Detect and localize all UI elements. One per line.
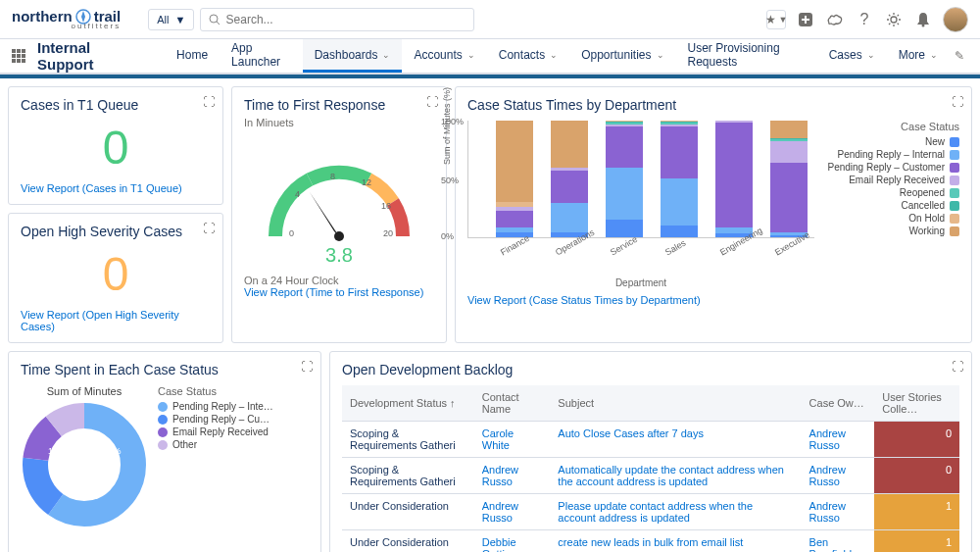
table-row[interactable]: Scoping & Requirements GatheriAndrew Rus…	[342, 458, 959, 494]
svg-marker-12	[310, 192, 339, 236]
nav-tab-contacts[interactable]: Contacts⌄	[487, 39, 569, 73]
nav-tab-dashboards[interactable]: Dashboards⌄	[303, 39, 403, 73]
svg-line-2	[217, 22, 220, 25]
bar-engineering	[715, 121, 753, 237]
view-report-link[interactable]: View Report (Case Status Times by Depart…	[467, 294, 959, 306]
search-icon	[209, 14, 220, 25]
metric-value: 0	[21, 121, 211, 175]
expand-icon[interactable]: ⛶	[952, 360, 963, 374]
stacked-bar-chart: Sum of Minutes (%) 100% 50% 0%	[467, 121, 814, 238]
metric-value: 0	[21, 247, 211, 301]
favorites-button[interactable]: ★▼	[766, 10, 786, 29]
search-scope-select[interactable]: All▼	[148, 9, 194, 30]
expand-icon[interactable]: ⛶	[203, 95, 215, 109]
bar-service	[606, 121, 643, 237]
svg-text:0: 0	[289, 228, 294, 238]
expand-icon[interactable]: ⛶	[952, 95, 963, 109]
view-report-link[interactable]: View Report (Open High Severity Cases)	[21, 309, 211, 332]
nav-tab-app-launcher[interactable]: App Launcher	[220, 39, 303, 73]
card-backlog: ⛶ Open Development Backlog Development S…	[329, 351, 972, 552]
svg-text:8: 8	[330, 172, 335, 181]
gauge-note: On a 24 Hour Clock	[244, 275, 434, 286]
svg-text:10.28%: 10.28%	[48, 446, 78, 456]
svg-point-1	[210, 15, 218, 23]
col-header[interactable]: Subject	[550, 385, 801, 422]
table-row[interactable]: Scoping & Requirements GatheriCarole Whi…	[342, 422, 959, 458]
app-launcher-icon[interactable]	[12, 49, 25, 63]
nav-tab-opportunities[interactable]: Opportunities⌄	[569, 39, 675, 73]
table-row[interactable]: Under ConsiderationAndrew RussoPlease up…	[342, 494, 959, 530]
card-title: Case Status Times by Department	[467, 97, 959, 113]
nav-tab-more[interactable]: More⌄	[887, 39, 950, 73]
nav-tab-cases[interactable]: Cases⌄	[817, 39, 887, 73]
bar-finance	[496, 121, 533, 237]
svg-point-13	[334, 231, 344, 241]
bar-executive	[770, 121, 808, 237]
view-report-link[interactable]: View Report (Cases in T1 Queue)	[21, 182, 211, 194]
card-title: Time Spent in Each Case Status	[21, 362, 309, 377]
notifications-icon[interactable]	[913, 10, 933, 29]
card-title: Open High Severity Cases	[21, 224, 211, 239]
bar-sales	[661, 121, 698, 237]
svg-text:16: 16	[381, 201, 391, 211]
card-t1-queue: ⛶ Cases in T1 Queue 0 View Report (Cases…	[8, 86, 223, 205]
table-row[interactable]: Under ConsiderationDebbie Gettingscreate…	[342, 530, 959, 553]
card-title: Open Development Backlog	[342, 362, 959, 377]
col-header[interactable]: User Stories Colle…	[874, 385, 959, 422]
svg-point-5	[922, 24, 925, 26]
backlog-table: Development Status ↑Contact NameSubjectC…	[342, 385, 959, 552]
nav-tab-user-provisioning-requests[interactable]: User Provisioning Requests	[676, 39, 817, 73]
salesforce-icon[interactable]	[825, 10, 845, 29]
global-search[interactable]	[200, 8, 474, 31]
svg-text:12: 12	[362, 177, 371, 187]
help-icon[interactable]: ?	[855, 10, 874, 29]
app-navbar: Internal Support HomeApp LauncherDashboa…	[0, 39, 980, 75]
col-header[interactable]: Contact Name	[474, 385, 551, 422]
gauge-chart: 0 4 8 12 16 20	[244, 138, 434, 256]
edit-nav-icon[interactable]: ✎	[950, 46, 968, 66]
card-dept-chart: ⛶ Case Status Times by Department Sum of…	[455, 86, 972, 343]
card-title: Cases in T1 Queue	[21, 97, 211, 113]
expand-icon[interactable]: ⛶	[301, 360, 313, 374]
search-input[interactable]	[226, 13, 466, 26]
card-subtitle: In Minuets	[244, 117, 434, 128]
user-avatar[interactable]	[943, 7, 968, 32]
col-header[interactable]: Development Status ↑	[342, 385, 474, 422]
card-high-severity: ⛶ Open High Severity Cases 0 View Report…	[8, 213, 223, 343]
card-gauge: ⛶ Time to First Response In Minuets 0 4 …	[231, 86, 447, 343]
expand-icon[interactable]: ⛶	[426, 95, 438, 109]
bar-operations	[551, 121, 588, 237]
brand-logo: northerntrail outfitters	[12, 9, 121, 30]
svg-point-4	[891, 17, 897, 23]
donut-chart: 10.28% 12.41%	[21, 401, 148, 528]
card-donut: ⛶ Time Spent in Each Case Status Sum of …	[8, 351, 321, 552]
col-header[interactable]: Case Ow…	[802, 385, 875, 422]
setup-icon[interactable]	[884, 10, 904, 29]
chart-legend: Case Status NewPending Reply – InternalP…	[822, 121, 959, 288]
donut-legend: Case Status Pending Reply – Inte…Pending…	[158, 385, 273, 528]
svg-text:12.41%: 12.41%	[91, 446, 122, 456]
svg-text:20: 20	[383, 228, 393, 238]
nav-tab-home[interactable]: Home	[165, 39, 220, 73]
app-name: Internal Support	[37, 39, 145, 73]
nav-tab-accounts[interactable]: Accounts⌄	[402, 39, 486, 73]
expand-icon[interactable]: ⛶	[203, 222, 215, 235]
card-title: Time to First Response	[244, 97, 434, 113]
svg-text:4: 4	[295, 189, 300, 199]
global-header: northerntrail outfitters All▼ ★▼ ?	[0, 0, 980, 39]
add-button[interactable]	[796, 10, 815, 29]
view-report-link[interactable]: View Report (Time to First Response)	[244, 286, 434, 298]
